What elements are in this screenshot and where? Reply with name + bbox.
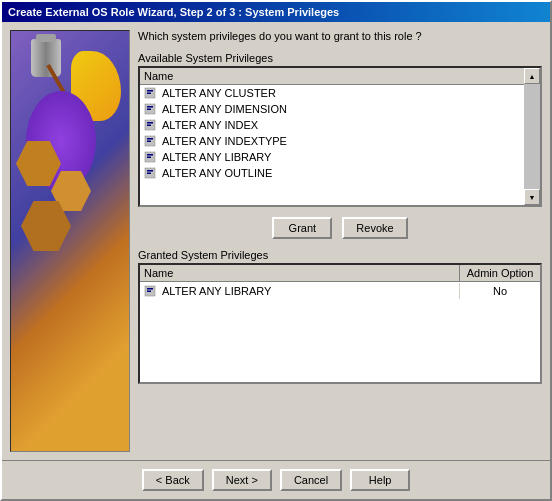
privilege-icon-4 <box>144 150 158 164</box>
svg-rect-13 <box>147 154 153 156</box>
granted-item-admin-0: No <box>460 284 540 298</box>
privilege-icon-2 <box>144 118 158 132</box>
available-item-text-2: ALTER ANY INDEX <box>162 119 520 131</box>
question-text: Which system privileges do you want to g… <box>138 30 542 42</box>
svg-rect-10 <box>147 138 153 140</box>
granted-icon-0 <box>144 284 158 298</box>
granted-section-label: Granted System Privileges <box>138 249 542 261</box>
granted-list-body[interactable]: ALTER ANY LIBRARY No <box>140 282 540 382</box>
available-list-header: Name <box>140 68 540 85</box>
scroll-down-btn[interactable]: ▼ <box>524 189 540 205</box>
title-text: Create External OS Role Wizard, Step 2 o… <box>8 6 339 18</box>
svg-rect-16 <box>147 170 153 172</box>
scroll-track <box>524 84 540 189</box>
svg-rect-4 <box>147 106 153 108</box>
available-item-text-5: ALTER ANY OUTLINE <box>162 167 520 179</box>
granted-col-admin: Admin Option <box>460 265 540 281</box>
available-item-4[interactable]: ALTER ANY LIBRARY <box>140 149 524 165</box>
privilege-icon-5 <box>144 166 158 180</box>
grant-revoke-row: Grant Revoke <box>138 213 542 243</box>
svg-rect-19 <box>147 288 153 290</box>
art-background <box>11 31 129 451</box>
svg-rect-11 <box>147 141 151 143</box>
bottom-buttons: < Back Next > Cancel Help <box>2 460 550 499</box>
scroll-up-btn[interactable]: ▲ <box>524 68 540 84</box>
available-item-5[interactable]: ALTER ANY OUTLINE <box>140 165 524 181</box>
available-item-text-4: ALTER ANY LIBRARY <box>162 151 520 163</box>
privilege-icon-0 <box>144 86 158 100</box>
svg-rect-14 <box>147 157 151 159</box>
granted-row-name-0: ALTER ANY LIBRARY <box>140 283 460 299</box>
granted-list-header: Name Admin Option <box>140 265 540 282</box>
available-scrollbar[interactable]: ▲ ▼ <box>524 68 540 205</box>
granted-col-name: Name <box>140 265 460 281</box>
help-button[interactable]: Help <box>350 469 410 491</box>
available-item-1[interactable]: ALTER ANY DIMENSION <box>140 101 524 117</box>
available-item-text-3: ALTER ANY INDEXTYPE <box>162 135 520 147</box>
next-button[interactable]: Next > <box>212 469 272 491</box>
available-list-body[interactable]: ALTER ANY CLUSTER ALTER ANY DIMENSION <box>140 85 540 205</box>
left-panel-art <box>10 30 130 452</box>
svg-rect-8 <box>147 125 151 127</box>
svg-rect-20 <box>147 291 151 293</box>
granted-list-container: Name Admin Option ALTER ANY LIBRARY No <box>138 263 542 384</box>
dialog-window: Create External OS Role Wizard, Step 2 o… <box>0 0 552 501</box>
dialog-body: Which system privileges do you want to g… <box>2 22 550 460</box>
right-panel: Which system privileges do you want to g… <box>138 30 542 452</box>
granted-row-0[interactable]: ALTER ANY LIBRARY No <box>140 282 540 300</box>
available-item-text-1: ALTER ANY DIMENSION <box>162 103 520 115</box>
available-item-text-0: ALTER ANY CLUSTER <box>162 87 520 99</box>
available-item-2[interactable]: ALTER ANY INDEX <box>140 117 524 133</box>
svg-rect-17 <box>147 173 151 175</box>
revoke-button[interactable]: Revoke <box>342 217 407 239</box>
art-can <box>31 39 61 77</box>
available-section: Available System Privileges Name ALTER A… <box>138 52 542 207</box>
granted-section: Granted System Privileges Name Admin Opt… <box>138 249 542 384</box>
grant-button[interactable]: Grant <box>272 217 332 239</box>
svg-rect-2 <box>147 93 151 95</box>
privilege-icon-1 <box>144 102 158 116</box>
available-section-label: Available System Privileges <box>138 52 542 64</box>
available-col-name: Name <box>144 70 536 82</box>
title-bar: Create External OS Role Wizard, Step 2 o… <box>2 2 550 22</box>
cancel-button[interactable]: Cancel <box>280 469 342 491</box>
privilege-icon-3 <box>144 134 158 148</box>
svg-rect-1 <box>147 90 153 92</box>
available-item-3[interactable]: ALTER ANY INDEXTYPE <box>140 133 524 149</box>
available-item-0[interactable]: ALTER ANY CLUSTER <box>140 85 524 101</box>
svg-rect-7 <box>147 122 153 124</box>
available-list-container: Name ALTER ANY CLUSTER <box>138 66 542 207</box>
back-button[interactable]: < Back <box>142 469 204 491</box>
svg-rect-5 <box>147 109 151 111</box>
granted-item-text-0: ALTER ANY LIBRARY <box>162 285 271 297</box>
